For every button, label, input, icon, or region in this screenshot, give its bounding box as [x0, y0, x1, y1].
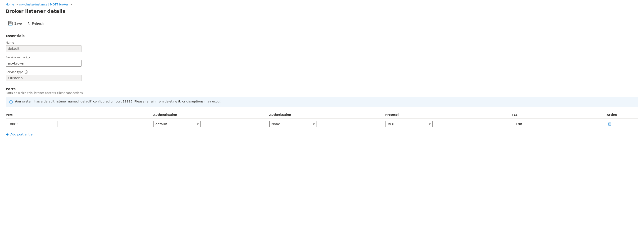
- breadcrumb-home[interactable]: Home: [6, 3, 14, 6]
- toolbar: 💾 Save ↻ Refresh: [6, 18, 638, 29]
- breadcrumb-cluster[interactable]: my-cluster-instance | MQTT broker: [20, 3, 68, 6]
- col-header-authorization: Authorization: [270, 111, 386, 119]
- delete-port-button[interactable]: 🗑: [607, 120, 613, 127]
- col-header-action: Action: [607, 111, 638, 119]
- breadcrumb-sep1: >: [16, 3, 18, 6]
- page-title-row: Broker listener details ···: [6, 8, 638, 14]
- service-type-label: Service type i: [6, 70, 638, 74]
- page-title: Broker listener details: [6, 8, 66, 14]
- essentials-section: Essentials Name Service name i Service t…: [6, 34, 638, 81]
- save-button[interactable]: 💾 Save: [6, 20, 24, 27]
- service-type-info-icon[interactable]: i: [25, 70, 28, 74]
- refresh-label: Refresh: [32, 22, 44, 25]
- col-header-protocol: Protocol: [385, 111, 512, 119]
- table-row: defaultnonecustom▼NoneEnabled▼MQTTMQTTSW…: [6, 119, 638, 129]
- save-icon: 💾: [8, 21, 13, 26]
- tls-edit-button[interactable]: Edit: [512, 121, 526, 127]
- ports-table: Port Authentication Authorization Protoc…: [6, 111, 638, 129]
- add-icon: +: [6, 132, 9, 137]
- service-name-group: Service name i: [6, 56, 638, 67]
- breadcrumb: Home > my-cluster-instance | MQTT broker…: [6, 3, 638, 6]
- add-port-label: Add port entry: [10, 133, 32, 136]
- refresh-button[interactable]: ↻ Refresh: [25, 20, 46, 27]
- breadcrumb-sep2: >: [70, 3, 72, 6]
- port-input[interactable]: [6, 121, 58, 127]
- service-type-input: [6, 75, 82, 81]
- name-group: Name: [6, 41, 638, 52]
- info-banner-text: Your system has a default listener named…: [15, 100, 221, 103]
- more-options-button[interactable]: ···: [68, 8, 74, 14]
- refresh-icon: ↻: [28, 21, 30, 26]
- essentials-heading: Essentials: [6, 34, 638, 38]
- name-label: Name: [6, 41, 638, 44]
- service-name-input[interactable]: [6, 60, 82, 67]
- info-banner-icon: ⓘ: [9, 100, 13, 104]
- name-input: [6, 45, 82, 52]
- col-header-port: Port: [6, 111, 153, 119]
- service-name-info-icon[interactable]: i: [26, 56, 30, 59]
- service-type-group: Service type i: [6, 70, 638, 81]
- ports-section: Ports Ports on which this listener accep…: [6, 87, 638, 137]
- add-port-button[interactable]: + Add port entry: [6, 132, 33, 137]
- authorization-select[interactable]: NoneEnabled: [270, 121, 317, 127]
- protocol-select[interactable]: MQTTMQTTSWebSockets: [385, 121, 433, 127]
- service-name-label: Service name i: [6, 56, 638, 59]
- authentication-select[interactable]: defaultnonecustom: [153, 121, 201, 127]
- col-header-authentication: Authentication: [153, 111, 270, 119]
- save-label: Save: [14, 22, 22, 25]
- info-banner: ⓘ Your system has a default listener nam…: [6, 97, 638, 107]
- ports-heading: Ports: [6, 87, 638, 91]
- ports-subtext: Ports on which this listener accepts cli…: [6, 91, 638, 95]
- col-header-tls: TLS: [512, 111, 607, 119]
